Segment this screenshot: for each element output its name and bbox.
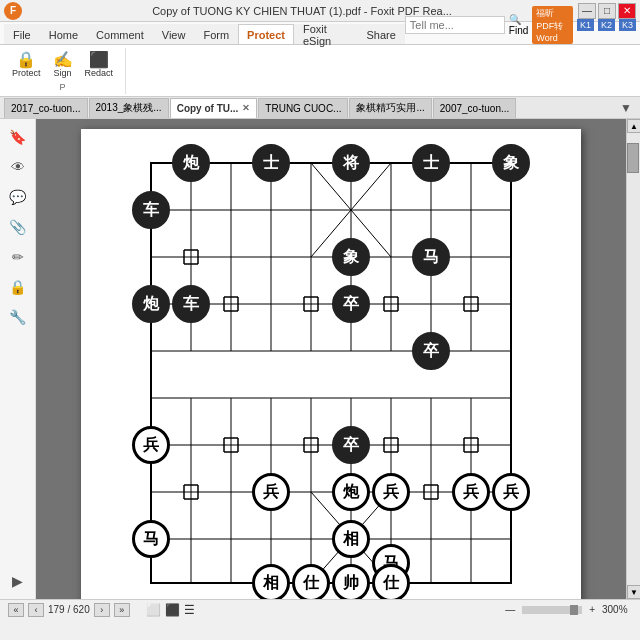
sidebar-attachment-icon[interactable]: 📎 bbox=[4, 213, 32, 241]
board-svg bbox=[131, 153, 531, 593]
sidebar-bookmark-icon[interactable]: 🔖 bbox=[4, 123, 32, 151]
doc-tab-2[interactable]: 2013_象棋残... bbox=[89, 98, 169, 118]
ribbon-tab-bar: File Home Comment View Form Protect Foxi… bbox=[0, 22, 640, 44]
piece-shi-red-1: 仕 bbox=[292, 564, 330, 599]
foxit-badge: 福昕PDF转Word bbox=[532, 6, 573, 44]
tab-home[interactable]: Home bbox=[40, 24, 87, 44]
piece-bing-3: 兵 bbox=[372, 473, 410, 511]
ribbon-group-protect: 🔒 Protect ✍ Sign ⬛ Redact P bbox=[8, 48, 126, 94]
sidebar-thumbnail-icon[interactable]: 👁 bbox=[4, 153, 32, 181]
piece-bing-2: 兵 bbox=[252, 473, 290, 511]
tab-share[interactable]: Share bbox=[357, 24, 404, 44]
find-label[interactable]: 🔍 Find bbox=[509, 14, 528, 36]
page-total: 620 bbox=[73, 604, 90, 615]
tab-protect[interactable]: Protect bbox=[238, 24, 294, 44]
piece-pao-red: 炮 bbox=[332, 473, 370, 511]
piece-ma-black-1: 马 bbox=[412, 238, 450, 276]
sidebar-security-icon[interactable]: 🔒 bbox=[4, 273, 32, 301]
group-label: P bbox=[60, 82, 66, 92]
k1-badge[interactable]: K1 bbox=[577, 19, 594, 31]
dual-page-icon[interactable]: ⬛ bbox=[165, 603, 180, 617]
doc-tab-4[interactable]: TRUNG CUOC... bbox=[258, 98, 348, 118]
ribbon-content: 🔒 Protect ✍ Sign ⬛ Redact P bbox=[0, 44, 640, 96]
tabs-nav: 2017_co-tuon... 2013_象棋残... Copy of TU..… bbox=[4, 98, 616, 118]
doc-tab-6[interactable]: 2007_co-tuon... bbox=[433, 98, 517, 118]
sidebar-annotation-icon[interactable]: ✏ bbox=[4, 243, 32, 271]
tab-form[interactable]: Form bbox=[194, 24, 238, 44]
scroll-up-button[interactable]: ▲ bbox=[627, 119, 640, 133]
pdf-page: 炮 士 将 士 象 车 象 马 bbox=[81, 129, 581, 599]
redact-icon: ⬛ bbox=[89, 52, 109, 68]
svg-rect-0 bbox=[151, 163, 511, 583]
sign-label: Sign bbox=[54, 68, 72, 78]
zoom-out-button[interactable]: — bbox=[502, 604, 518, 615]
piece-ma-red-1: 马 bbox=[132, 520, 170, 558]
scroll-track[interactable] bbox=[627, 133, 640, 585]
app-logo: F bbox=[4, 2, 22, 20]
sign-icon: ✍ bbox=[53, 52, 73, 68]
piece-xiang-black-2: 象 bbox=[332, 238, 370, 276]
piece-shi-black-1: 士 bbox=[252, 144, 290, 182]
main-layout: 🔖 👁 💬 📎 ✏ 🔒 🔧 ▶ bbox=[0, 119, 640, 599]
sign-btn[interactable]: ✍ Sign bbox=[49, 50, 77, 80]
nav-prev-button[interactable]: ‹ bbox=[28, 603, 44, 617]
redact-label: Redact bbox=[85, 68, 114, 78]
piece-zu-2: 卒 bbox=[412, 332, 450, 370]
k3-badge[interactable]: K3 bbox=[619, 19, 636, 31]
page-current: 179 bbox=[48, 604, 65, 615]
piece-jiang: 将 bbox=[332, 144, 370, 182]
chess-container: 炮 士 将 士 象 车 象 马 bbox=[97, 145, 565, 599]
piece-zu-1: 卒 bbox=[332, 285, 370, 323]
nav-next-button[interactable]: › bbox=[94, 603, 110, 617]
piece-bing-5: 兵 bbox=[492, 473, 530, 511]
zoom-slider-thumb[interactable] bbox=[570, 605, 578, 615]
scroll-page-icon[interactable]: ☰ bbox=[184, 603, 195, 617]
page-info: 179 / 620 bbox=[48, 604, 90, 615]
tab-file[interactable]: File bbox=[4, 24, 40, 44]
piece-pao-black-2: 炮 bbox=[132, 285, 170, 323]
tab-foxit-esign[interactable]: Foxit eSign bbox=[294, 24, 357, 44]
piece-ju-black-2: 车 bbox=[172, 285, 210, 323]
zoom-controls: — + 300% bbox=[502, 604, 632, 615]
redact-btn[interactable]: ⬛ Redact bbox=[81, 50, 118, 80]
piece-xiang-red-2: 相 bbox=[252, 564, 290, 599]
zoom-level: 300% bbox=[602, 604, 632, 615]
tabs-arrow-right[interactable]: ▼ bbox=[616, 101, 636, 115]
status-bar: « ‹ 179 / 620 › » ⬜ ⬛ ☰ — + 300% bbox=[0, 599, 640, 619]
sidebar-comment-icon[interactable]: 💬 bbox=[4, 183, 32, 211]
piece-pao-black-1: 炮 bbox=[172, 144, 210, 182]
protect-label: Protect bbox=[12, 68, 41, 78]
piece-bing-1: 兵 bbox=[132, 426, 170, 464]
piece-xiang-black-1: 象 bbox=[492, 144, 530, 182]
page-navigation: « ‹ 179 / 620 › » bbox=[8, 603, 130, 617]
doc-tab-3[interactable]: Copy of TU... ✕ bbox=[170, 98, 258, 118]
piece-shuai: 帅 bbox=[332, 564, 370, 599]
left-sidebar: 🔖 👁 💬 📎 ✏ 🔒 🔧 ▶ bbox=[0, 119, 36, 599]
sidebar-expand-icon[interactable]: ▶ bbox=[4, 567, 32, 595]
piece-xiang-red-1: 相 bbox=[332, 520, 370, 558]
tab-view[interactable]: View bbox=[153, 24, 195, 44]
tab-comment[interactable]: Comment bbox=[87, 24, 153, 44]
piece-zu-3: 卒 bbox=[332, 426, 370, 464]
zoom-in-button[interactable]: + bbox=[586, 604, 598, 615]
doc-tab-5[interactable]: 象棋精巧实用... bbox=[349, 98, 431, 118]
nav-last-button[interactable]: » bbox=[114, 603, 130, 617]
scroll-down-button[interactable]: ▼ bbox=[627, 585, 640, 599]
ribbon: File Home Comment View Form Protect Foxi… bbox=[0, 22, 640, 97]
doc-tab-1[interactable]: 2017_co-tuon... bbox=[4, 98, 88, 118]
tab-close-icon[interactable]: ✕ bbox=[242, 103, 250, 113]
single-page-icon[interactable]: ⬜ bbox=[146, 603, 161, 617]
sidebar-tools-icon[interactable]: 🔧 bbox=[4, 303, 32, 331]
piece-bing-4: 兵 bbox=[452, 473, 490, 511]
protect-btn[interactable]: 🔒 Protect bbox=[8, 50, 45, 80]
piece-shi-black-2: 士 bbox=[412, 144, 450, 182]
protect-icon: 🔒 bbox=[16, 52, 36, 68]
right-scrollbar: ▲ ▼ bbox=[626, 119, 640, 599]
zoom-slider[interactable] bbox=[522, 606, 582, 614]
scroll-thumb[interactable] bbox=[627, 143, 639, 173]
k2-badge[interactable]: K2 bbox=[598, 19, 615, 31]
tell-me-input[interactable] bbox=[405, 16, 505, 34]
piece-ju-black-1: 车 bbox=[132, 191, 170, 229]
content-area[interactable]: 炮 士 将 士 象 车 象 马 bbox=[36, 119, 626, 599]
nav-first-button[interactable]: « bbox=[8, 603, 24, 617]
